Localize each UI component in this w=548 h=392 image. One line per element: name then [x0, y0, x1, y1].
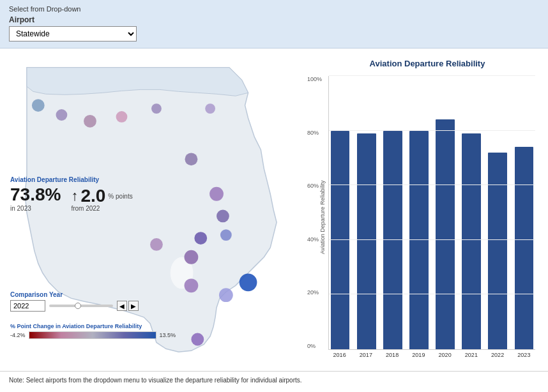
stats-from-year: from 2022 [71, 205, 132, 212]
x-label-2019: 2019 [407, 352, 430, 358]
bottom-bar: Note: Select airports from the dropdown … [0, 371, 548, 392]
legend-row: -4.2% 13.5% [10, 331, 176, 339]
legend-min: -4.2% [10, 332, 26, 338]
legend-gradient [29, 331, 156, 339]
bar-col [434, 76, 457, 349]
bar-2022[interactable] [488, 153, 507, 349]
comparison-section: Comparison Year ◀ ▶ [10, 291, 139, 312]
airport-dot-highlight[interactable] [240, 274, 257, 292]
stats-overlay: Aviation Departure Reliability 73.8% in … [10, 176, 133, 212]
stats-pts-label: % points [108, 193, 132, 200]
bar-col [460, 76, 483, 349]
next-year-button[interactable]: ▶ [128, 301, 139, 311]
airport-dot[interactable] [219, 288, 233, 302]
bar-col [487, 76, 509, 349]
chart-panel: Aviation Departure Reliability Aviation … [307, 49, 548, 371]
map-panel: Aviation Departure Reliability 73.8% in … [0, 49, 307, 371]
stats-change-value: 2.0 [80, 187, 105, 205]
airport-dot[interactable] [191, 333, 204, 346]
chart-title: Aviation Departure Reliability [319, 59, 535, 68]
x-label-2020: 2020 [434, 352, 456, 358]
airport-dot[interactable] [150, 238, 163, 251]
bar-2018[interactable] [383, 131, 402, 349]
bar-2017[interactable] [357, 133, 376, 349]
chart-area: Aviation Departure Reliability 0% 20% 40… [319, 76, 535, 358]
airport-dot[interactable] [56, 109, 68, 121]
airport-dot[interactable] [217, 210, 229, 223]
bar-2023[interactable] [515, 147, 534, 349]
y-axis-label: Aviation Departure Reliability [319, 76, 326, 358]
top-bar: Select from Drop-down Airport Statewide [0, 0, 548, 49]
bar-col [513, 76, 535, 349]
x-label-2023: 2023 [513, 352, 535, 358]
airport-dot[interactable] [116, 111, 128, 123]
airport-dot[interactable] [32, 99, 45, 112]
trend-up-icon: ↑ [71, 188, 78, 204]
dropdown-label: Select from Drop-down [9, 5, 539, 13]
bar-col [329, 76, 351, 349]
prev-year-button[interactable]: ◀ [117, 301, 127, 311]
stats-change-row: ↑ 2.0 % points [71, 187, 132, 205]
slider-thumb [75, 303, 81, 309]
airport-dot[interactable] [220, 229, 232, 241]
note-text: Note: Select airports from the dropdown … [9, 375, 539, 385]
x-label-2021: 2021 [460, 352, 482, 358]
airport-dot[interactable] [151, 103, 162, 114]
legend-label: % Point Change in Aviation Departure Rel… [10, 323, 176, 329]
x-label-2018: 2018 [381, 352, 404, 358]
x-label-2022: 2022 [487, 352, 509, 358]
bar-col [407, 76, 430, 349]
stats-year: in 2023 [10, 205, 61, 212]
bar-2021[interactable] [462, 133, 481, 349]
bar-col [355, 76, 377, 349]
airport-dot[interactable] [209, 187, 224, 201]
legend-max: 13.5% [160, 332, 176, 338]
bar-2020[interactable] [436, 119, 455, 349]
x-labels: 20162017201820192020202120222023 [328, 352, 535, 358]
main-content: Aviation Departure Reliability 73.8% in … [0, 49, 548, 371]
bars-container: 0% 20% 40% 60% 80% 100% [328, 76, 535, 350]
airport-dot[interactable] [84, 115, 96, 128]
airport-dot[interactable] [185, 278, 199, 292]
airport-dropdown[interactable]: Statewide [9, 26, 137, 41]
legend-section: % Point Change in Aviation Departure Rel… [10, 323, 176, 339]
bar-col [381, 76, 404, 349]
stats-main-value: 73.8% [10, 186, 61, 204]
comparison-slider[interactable] [49, 305, 113, 307]
comparison-label: Comparison Year [10, 291, 139, 298]
comparison-year-input[interactable] [10, 300, 45, 312]
chart-inner: 0% 20% 40% 60% 80% 100% [328, 76, 535, 358]
bar-2016[interactable] [331, 131, 350, 349]
airport-dot[interactable] [194, 232, 207, 245]
airport-dot[interactable] [185, 153, 198, 165]
airport-field-label: Airport [9, 15, 539, 24]
bar-2019[interactable] [409, 131, 429, 349]
x-label-2016: 2016 [328, 352, 351, 358]
airport-dot[interactable] [185, 250, 199, 264]
comparison-row: ◀ ▶ [10, 300, 139, 312]
stats-title: Aviation Departure Reliability [10, 176, 133, 183]
nav-buttons: ◀ ▶ [117, 301, 139, 311]
airport-dot[interactable] [205, 103, 215, 114]
x-label-2017: 2017 [354, 352, 377, 358]
